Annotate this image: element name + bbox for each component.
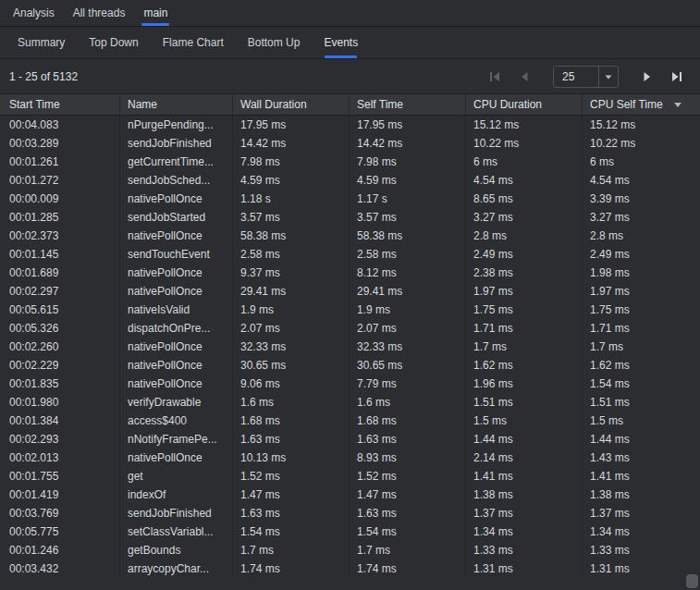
cell-self-time: 8.12 ms [350,264,466,282]
tab-analysis[interactable]: Analysis [6,0,61,26]
cell-cpu-self-time: 3.39 ms [583,190,700,208]
cell-cpu-duration: 15.12 ms [466,116,583,134]
table-row[interactable]: 00:03.432arraycopyChar...1.74 ms1.74 ms1… [0,559,700,578]
cell-cpu-self-time: 1.54 ms [583,375,700,393]
table-row[interactable]: 00:01.419indexOf1.47 ms1.47 ms1.38 ms1.3… [0,486,700,504]
table-row[interactable]: 00:01.261getCurrentTime...7.98 ms7.98 ms… [0,153,700,171]
first-page-button[interactable] [485,67,505,87]
table-row[interactable]: 00:02.297nativePollOnce29.41 ms29.41 ms1… [0,282,700,301]
cell-cpu-duration: 1.5 ms [466,412,583,430]
cell-cpu-duration: 1.31 ms [466,559,583,578]
cell-cpu-duration: 1.33 ms [466,541,583,559]
cell-cpu-self-time: 2.8 ms [583,227,700,245]
cell-wall-duration: 30.65 ms [233,356,350,375]
cell-wall-duration: 1.18 s [233,190,350,208]
table-row[interactable]: 00:01.285sendJobStarted3.57 ms3.57 ms3.2… [0,208,700,227]
column-header-name[interactable]: Name [120,94,233,115]
table-row[interactable]: 00:03.769sendJobFinished1.63 ms1.63 ms1.… [0,504,700,522]
tab-flame-chart[interactable]: Flame Chart [159,27,227,58]
table-row[interactable]: 00:01.246getBounds1.7 ms1.7 ms1.33 ms1.3… [0,541,700,559]
cell-cpu-duration: 1.34 ms [466,522,583,541]
table-row[interactable]: 00:02.293nNotifyFramePe...1.63 ms1.63 ms… [0,430,700,449]
column-header-start-time[interactable]: Start Time [0,94,120,115]
table-row[interactable]: 00:02.229nativePollOnce30.65 ms30.65 ms1… [0,356,700,375]
table-row[interactable]: 00:01.272sendJobSched...4.59 ms4.59 ms4.… [0,171,700,190]
cell-cpu-duration: 1.38 ms [466,486,583,504]
table-row[interactable]: 00:02.260nativePollOnce32.33 ms32.33 ms1… [0,338,700,356]
cell-wall-duration: 17.95 ms [233,116,350,134]
cell-cpu-duration: 1.62 ms [466,356,583,375]
table-row[interactable]: 00:00.009nativePollOnce1.18 s1.17 s8.65 … [0,190,700,208]
chevron-down-icon [599,72,618,81]
pagination-controls: 25 [485,66,691,88]
cell-cpu-duration: 1.7 ms [466,338,583,356]
column-header-cpu-self-time[interactable]: CPU Self Time [583,94,700,115]
column-header-cpu-duration[interactable]: CPU Duration [466,94,583,115]
cell-start-time: 00:01.980 [0,393,120,412]
cell-wall-duration: 2.58 ms [233,245,350,264]
table-row[interactable]: 00:02.013nativePollOnce10.13 ms8.93 ms2.… [0,449,700,467]
previous-page-icon [518,70,531,83]
cell-cpu-self-time: 1.51 ms [583,393,700,412]
cell-self-time: 1.17 s [350,190,466,208]
cell-cpu-duration: 1.96 ms [466,375,583,393]
tab-summary[interactable]: Summary [14,27,68,58]
cell-cpu-self-time: 3.27 ms [583,208,700,227]
column-header-self-time[interactable]: Self Time [350,94,466,115]
cell-wall-duration: 2.07 ms [233,319,350,338]
cell-wall-duration: 1.63 ms [233,430,350,449]
cell-cpu-self-time: 1.43 ms [583,449,700,467]
tab-main[interactable]: main [137,0,174,26]
cell-name: access$400 [120,412,233,430]
cell-wall-duration: 9.06 ms [233,375,350,393]
cell-wall-duration: 29.41 ms [233,282,350,301]
table-row[interactable]: 00:04.083nPurgePending...17.95 ms17.95 m… [0,116,700,134]
cell-cpu-self-time: 1.75 ms [583,301,700,319]
cell-self-time: 1.9 ms [350,301,466,319]
table-row[interactable]: 00:05.775setClassVariabl...1.54 ms1.54 m… [0,522,700,541]
last-page-button[interactable] [667,67,687,87]
table-row[interactable]: 00:05.326dispatchOnPre...2.07 ms2.07 ms1… [0,319,700,338]
tab-all-threads[interactable]: All threads [67,0,132,26]
table-row[interactable]: 00:03.289sendJobFinished14.42 ms14.42 ms… [0,134,700,153]
table-row[interactable]: 00:01.145sendTouchEvent2.58 ms2.58 ms2.4… [0,245,700,264]
tab-bottom-up[interactable]: Bottom Up [244,27,304,58]
tab-top-down[interactable]: Top Down [85,27,141,58]
cell-wall-duration: 4.59 ms [233,171,350,190]
cell-start-time: 00:02.373 [0,227,120,245]
cell-self-time: 1.63 ms [350,504,466,522]
page-size-select[interactable]: 25 [553,66,619,88]
table-row[interactable]: 00:01.384access$4001.68 ms1.68 ms1.5 ms1… [0,412,700,430]
prev-page-button[interactable] [514,67,534,87]
cell-cpu-duration: 1.97 ms [466,282,583,301]
tab-events[interactable]: Events [320,27,362,58]
cell-start-time: 00:02.013 [0,449,120,467]
cell-name: get [120,467,233,486]
cell-name: setClassVariabl... [120,522,233,541]
table-row[interactable]: 00:01.755get1.52 ms1.52 ms1.41 ms1.41 ms [0,467,700,486]
cell-name: getBounds [120,541,233,559]
pagination-bar: 1 - 25 of 5132 25 [0,59,700,94]
cell-cpu-duration: 2.8 ms [466,227,583,245]
table-row[interactable]: 00:01.835nativePollOnce9.06 ms7.79 ms1.9… [0,375,700,393]
cell-cpu-duration: 1.41 ms [466,467,583,486]
cell-cpu-duration: 2.14 ms [466,449,583,467]
cell-start-time: 00:05.775 [0,522,120,541]
cell-name: sendTouchEvent [120,245,233,264]
cell-self-time: 29.41 ms [350,282,466,301]
column-header-wall-duration[interactable]: Wall Duration [233,94,350,115]
table-row[interactable]: 00:02.373nativePollOnce58.38 ms58.38 ms2… [0,227,700,245]
table-row[interactable]: 00:01.980verifyDrawable1.6 ms1.6 ms1.51 … [0,393,700,412]
cell-wall-duration: 1.63 ms [233,504,350,522]
cell-wall-duration: 1.52 ms [233,467,350,486]
cell-start-time: 00:02.293 [0,430,120,449]
cell-name: sendJobFinished [120,134,233,153]
cell-cpu-duration: 8.65 ms [466,190,583,208]
table-row[interactable]: 00:01.689nativePollOnce9.37 ms8.12 ms2.3… [0,264,700,282]
cell-name: nativePollOnce [120,190,233,208]
cell-wall-duration: 1.74 ms [233,559,350,578]
cell-cpu-self-time: 1.44 ms [583,430,700,449]
scrollbar-thumb[interactable] [686,574,698,588]
next-page-button[interactable] [637,67,657,87]
table-row[interactable]: 00:05.615nativeIsValid1.9 ms1.9 ms1.75 m… [0,301,700,319]
